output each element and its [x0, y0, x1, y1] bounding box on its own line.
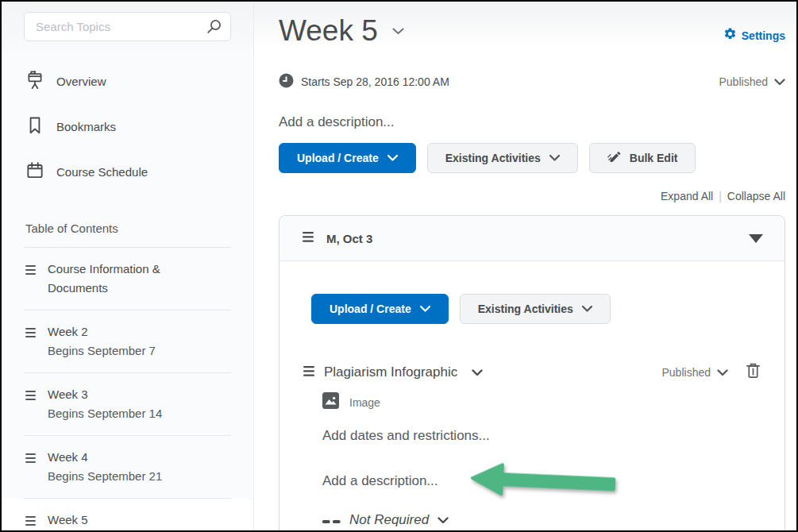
status-label: Published: [719, 75, 769, 88]
existing-activities-label: Existing Activities: [445, 152, 541, 164]
existing-activities-button[interactable]: Existing Activities: [427, 143, 578, 173]
chevron-down-icon: [582, 306, 592, 312]
item-type-label: Image: [349, 396, 380, 409]
add-dates-restrictions[interactable]: Add dates and restrictions...: [322, 428, 785, 444]
search-box: [24, 12, 231, 41]
toc-item-week-4[interactable]: Week 4 Begins September 21: [24, 436, 231, 499]
drag-handle-icon[interactable]: [303, 231, 314, 245]
search-icon[interactable]: [206, 19, 222, 37]
sidebar-item-label: Bookmarks: [56, 120, 116, 133]
separator: |: [719, 190, 722, 202]
sidebar-item-bookmarks[interactable]: Bookmarks: [2, 104, 253, 149]
start-date-label: Starts Sep 28, 2016 12:00 AM: [301, 75, 449, 88]
sidebar-item-label: Course Schedule: [56, 165, 148, 179]
sidebar-nav: Overview Bookmarks: [2, 59, 253, 195]
sidebar-item-course-schedule[interactable]: Course Schedule: [2, 149, 253, 195]
content-item-header: Plagiarism Infographic Published: [279, 362, 785, 382]
item-status-dropdown[interactable]: Published: [662, 365, 729, 380]
drag-handle-icon[interactable]: [303, 365, 314, 380]
toc-item-title: Week 4: [48, 448, 195, 467]
chevron-down-icon: [549, 155, 560, 161]
submodule-card: M, Oct 3 Upload / Create Existing Activi…: [279, 215, 785, 530]
toc-item-title: Course Information & Documents: [48, 260, 195, 298]
toc-item-title: Week 5: [48, 511, 195, 530]
upload-create-label: Upload / Create: [330, 303, 411, 315]
toc-item-title: Week 3: [48, 385, 195, 404]
upload-create-button[interactable]: Upload / Create: [311, 294, 449, 324]
content-item: Plagiarism Infographic Published: [279, 362, 785, 528]
toc-item-week-2[interactable]: Week 2 Begins September 7: [24, 310, 231, 373]
clock-icon: [279, 73, 294, 91]
start-date[interactable]: Starts Sep 28, 2016 12:00 AM: [279, 73, 449, 91]
submodule-title[interactable]: M, Oct 3: [326, 232, 372, 245]
settings-label: Settings: [742, 29, 785, 42]
settings-button[interactable]: Settings: [723, 27, 785, 44]
easel-icon: [25, 70, 45, 94]
toc-item-subtitle: Begins September 14: [48, 404, 195, 423]
item-add-description[interactable]: Add a description...: [322, 473, 438, 489]
existing-activities-label: Existing Activities: [478, 303, 573, 315]
content-page: Overview Bookmarks: [0, 0, 798, 532]
module-actions: Upload / Create Existing Activities Bulk…: [279, 143, 785, 173]
completion-label: Not Required: [349, 512, 429, 528]
availability-row: Starts Sep 28, 2016 12:00 AM Published: [279, 73, 785, 91]
completion-dropdown[interactable]: Not Required: [322, 512, 785, 528]
collapse-all-link[interactable]: Collapse All: [727, 190, 785, 202]
item-type-row: Image: [322, 392, 785, 412]
expand-collapse-row: Expand All|Collapse All: [279, 190, 785, 202]
collapse-triangle-icon[interactable]: [749, 234, 763, 243]
toc-item-week-5-selected[interactable]: Week 5: [2, 499, 253, 530]
search-input[interactable]: [24, 12, 231, 41]
drag-handle-icon[interactable]: [25, 452, 36, 486]
bulk-edit-button[interactable]: Bulk Edit: [589, 143, 696, 173]
module-status-dropdown[interactable]: Published: [719, 75, 786, 89]
drag-handle-icon[interactable]: [25, 264, 36, 298]
chevron-down-icon: [438, 513, 449, 527]
image-icon: [322, 392, 339, 412]
trash-icon[interactable]: [746, 362, 761, 382]
main-content: Week 5 Settings Start: [254, 2, 796, 530]
submodule-body: Upload / Create Existing Activities Plag…: [279, 261, 785, 528]
drag-handle-icon[interactable]: [25, 515, 36, 530]
drag-handle-icon[interactable]: [25, 389, 36, 423]
toc-item-course-information[interactable]: Course Information & Documents: [24, 248, 231, 310]
toc-item-week-3[interactable]: Week 3 Begins September 14: [24, 373, 231, 436]
chevron-down-icon: [387, 155, 398, 161]
gear-icon: [723, 27, 737, 44]
submodule-header: M, Oct 3: [279, 216, 785, 261]
page-title: Week 5: [279, 13, 378, 48]
bookmark-icon: [25, 115, 45, 139]
chevron-down-icon: [717, 365, 728, 380]
sidebar: Overview Bookmarks: [2, 2, 254, 530]
toc-item-subtitle: Begins September 21: [48, 467, 195, 486]
upload-create-label: Upload / Create: [297, 152, 379, 164]
chevron-down-icon: [420, 306, 430, 312]
expand-all-link[interactable]: Expand All: [661, 190, 713, 202]
title-chevron-down-icon[interactable]: [392, 24, 404, 38]
green-arrow-annotation: [468, 460, 619, 503]
chevron-down-icon: [774, 75, 785, 89]
status-label: Published: [662, 366, 711, 379]
submodule-actions: Upload / Create Existing Activities: [279, 294, 785, 324]
toc-item-subtitle: Begins September 7: [48, 341, 195, 360]
bulk-edit-label: Bulk Edit: [630, 152, 678, 164]
toc-item-title: Week 2: [48, 322, 195, 341]
pencil-icon: [607, 150, 621, 166]
drag-handle-icon[interactable]: [25, 326, 36, 360]
upload-create-button[interactable]: Upload / Create: [279, 143, 416, 173]
module-add-description[interactable]: Add a description...: [279, 114, 785, 130]
dashes-icon: [322, 513, 341, 527]
sidebar-item-overview[interactable]: Overview: [2, 59, 253, 104]
existing-activities-button[interactable]: Existing Activities: [460, 294, 611, 324]
calendar-icon: [25, 160, 45, 184]
item-description-row: Add a description...: [322, 463, 785, 499]
page-header: Week 5 Settings: [279, 2, 785, 48]
chevron-down-icon[interactable]: [472, 365, 483, 380]
content-item-title[interactable]: Plagiarism Infographic: [324, 364, 457, 380]
toc-header: Table of Contents: [2, 222, 253, 235]
sidebar-item-label: Overview: [56, 75, 106, 88]
